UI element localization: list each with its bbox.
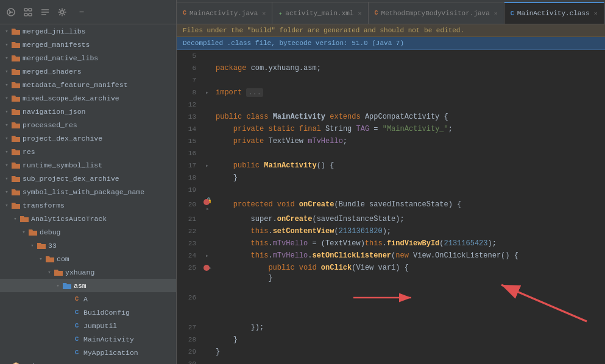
table-row: 13 public class MainActivity extends App… bbox=[177, 111, 605, 123]
line-content bbox=[213, 50, 605, 62]
line-content: this.mTvHello.setOnClickListener(new Vie… bbox=[213, 250, 605, 262]
line-content: } bbox=[213, 346, 605, 358]
sidebar-item-yxhuang[interactable]: yxhuang bbox=[0, 265, 176, 279]
tab-close-icon[interactable]: ✕ bbox=[262, 10, 266, 17]
line-content: package com.yxhuang.asm; bbox=[213, 62, 605, 74]
item-label: merged_jni_libs bbox=[23, 27, 86, 35]
sidebar-item-class-buildconfig[interactable]: C BuildConfig bbox=[0, 306, 176, 319]
table-row: 20 🔒 ▸ protected void onCreate(Bundle sa… bbox=[177, 196, 605, 213]
sidebar-item-debug[interactable]: debug bbox=[0, 225, 176, 239]
arrow-icon bbox=[2, 94, 11, 102]
toolbar-left: – bbox=[0, 0, 177, 24]
item-label: yxhuang bbox=[65, 268, 94, 276]
item-label: debug bbox=[40, 228, 61, 236]
sidebar-item-runtime[interactable]: runtime_symbol_list bbox=[0, 158, 176, 172]
sidebar-item-0jar[interactable]: 📦 0.jar bbox=[0, 359, 176, 364]
table-row: 24 ▸ this.mTvHello.setOnClickListener(ne… bbox=[177, 250, 605, 262]
line-margin: 🔒 ▸ bbox=[201, 196, 213, 213]
top-bar: – C MainActivity.java ✕ ✦ activity_main.… bbox=[0, 0, 605, 24]
item-label: 33 bbox=[48, 242, 57, 250]
folder-icon bbox=[11, 187, 21, 197]
item-label: A bbox=[83, 295, 88, 303]
decompiled-info-bar: Decompiled .class file, bytecode version… bbox=[177, 37, 605, 50]
sidebar-item-class-A[interactable]: C A bbox=[0, 292, 176, 306]
svg-rect-5 bbox=[29, 9, 32, 11]
tab-methodemptybodyvisitor[interactable]: C MethodEmptyBodyVisitor.java ✕ bbox=[369, 2, 504, 24]
table-row: 15 private TextView mTvHello; bbox=[177, 135, 605, 147]
sidebar-item-analytics[interactable]: AnalyticsAutoTrack bbox=[0, 212, 176, 225]
code-editor[interactable]: 5 6 package com.yxhuang.asm; 7 bbox=[177, 50, 605, 364]
minus-icon[interactable]: – bbox=[76, 6, 88, 18]
tab-mainactivity-java[interactable]: C MainActivity.java ✕ bbox=[177, 2, 272, 24]
arrow-icon bbox=[63, 348, 72, 357]
sidebar-item-33[interactable]: 33 bbox=[0, 239, 176, 252]
svg-rect-6 bbox=[24, 13, 27, 16]
settings-icon[interactable] bbox=[56, 6, 68, 18]
sidebar-item-symbol-list[interactable]: symbol_list_with_package_name bbox=[0, 185, 176, 198]
line-content bbox=[213, 74, 605, 86]
jar-icon: 📦 bbox=[11, 361, 21, 364]
breakpoint-icon[interactable] bbox=[203, 199, 210, 205]
sidebar-item-navigation-json[interactable]: navigation_json bbox=[0, 105, 176, 118]
sidebar-item-merged-jni-libs[interactable]: merged_jni_libs bbox=[0, 24, 176, 38]
line-number: 18 bbox=[177, 172, 201, 184]
sidebar-item-transforms[interactable]: transforms bbox=[0, 198, 176, 212]
folder-icon bbox=[11, 93, 21, 103]
folder-icon bbox=[11, 133, 21, 143]
sidebar-item-res[interactable]: res bbox=[0, 145, 176, 158]
structure-icon[interactable] bbox=[22, 6, 34, 18]
line-content: private TextView mTvHello; bbox=[213, 135, 605, 147]
sidebar-item-com[interactable]: com bbox=[0, 252, 176, 265]
arrow-icon bbox=[19, 228, 28, 236]
folder-icon bbox=[11, 147, 21, 156]
nav-back-icon[interactable] bbox=[5, 6, 17, 18]
line-number: 19 bbox=[177, 184, 201, 196]
sidebar-item-sub-project[interactable]: sub_project_dex_archive bbox=[0, 172, 176, 185]
sidebar-item-mixed-scope[interactable]: mixed_scope_dex_archive bbox=[0, 91, 176, 105]
line-margin bbox=[201, 274, 213, 321]
decompiled-info-text: Decompiled .class file, bytecode version… bbox=[183, 40, 404, 47]
line-content: import ... bbox=[213, 86, 605, 99]
project-sidebar: merged_jni_libs merged_manifests merged_… bbox=[0, 24, 177, 364]
tab-close-icon[interactable]: ✕ bbox=[594, 10, 598, 17]
align-icon[interactable] bbox=[39, 6, 51, 18]
table-row: 29 } bbox=[177, 346, 605, 358]
folder-icon bbox=[11, 80, 21, 89]
arrow-icon bbox=[63, 308, 72, 317]
line-content: protected void onCreate(Bundle savedInst… bbox=[213, 196, 605, 213]
sidebar-item-class-myapplication[interactable]: C MyApplication bbox=[0, 346, 176, 359]
line-number: 26 bbox=[177, 274, 201, 321]
item-label: res bbox=[23, 148, 35, 156]
line-margin bbox=[201, 334, 213, 346]
sidebar-item-processed-res[interactable]: processed_res bbox=[0, 118, 176, 131]
arrow-icon bbox=[2, 54, 11, 62]
tab-mainactivity-class[interactable]: C MainActivity.class ✕ bbox=[504, 2, 604, 24]
tab-close-icon[interactable]: ✕ bbox=[358, 10, 362, 17]
tab-label: MainActivity.java bbox=[189, 10, 258, 17]
sidebar-item-merged-native-libs[interactable]: merged_native_libs bbox=[0, 51, 176, 65]
table-row: 25 ▸ public void onClick(View var1) { bbox=[177, 262, 605, 274]
folder-icon bbox=[11, 200, 21, 210]
arrow-icon bbox=[2, 80, 11, 89]
arrow-icon bbox=[63, 321, 72, 330]
sidebar-item-project-dex[interactable]: project_dex_archive bbox=[0, 131, 176, 145]
tab-close-icon[interactable]: ✕ bbox=[494, 10, 498, 17]
item-label: JumpUtil bbox=[83, 322, 117, 330]
tab-activity-main-xml[interactable]: ✦ activity_main.xml ✕ bbox=[272, 2, 368, 24]
table-row: 18 } bbox=[177, 172, 605, 184]
arrow-icon bbox=[2, 161, 11, 169]
table-row: 5 bbox=[177, 50, 605, 62]
item-label: symbol_list_with_package_name bbox=[23, 188, 144, 196]
line-content: } bbox=[213, 172, 605, 184]
sidebar-item-class-jumputil[interactable]: C JumpUtil bbox=[0, 319, 176, 332]
line-margin bbox=[201, 321, 213, 334]
line-content: public class MainActivity extends AppCom… bbox=[213, 111, 605, 123]
sidebar-item-class-mainactivity[interactable]: C MainActivity bbox=[0, 332, 176, 346]
sidebar-item-asm[interactable]: asm bbox=[0, 279, 176, 292]
sidebar-item-merged-shaders[interactable]: merged_shaders bbox=[0, 65, 176, 78]
sidebar-item-metadata[interactable]: metadata_feature_manifest bbox=[0, 78, 176, 91]
breakpoint-icon[interactable] bbox=[203, 265, 210, 271]
arrow-icon bbox=[2, 107, 11, 116]
arrow-icon bbox=[54, 281, 62, 290]
sidebar-item-merged-manifests[interactable]: merged_manifests bbox=[0, 38, 176, 51]
